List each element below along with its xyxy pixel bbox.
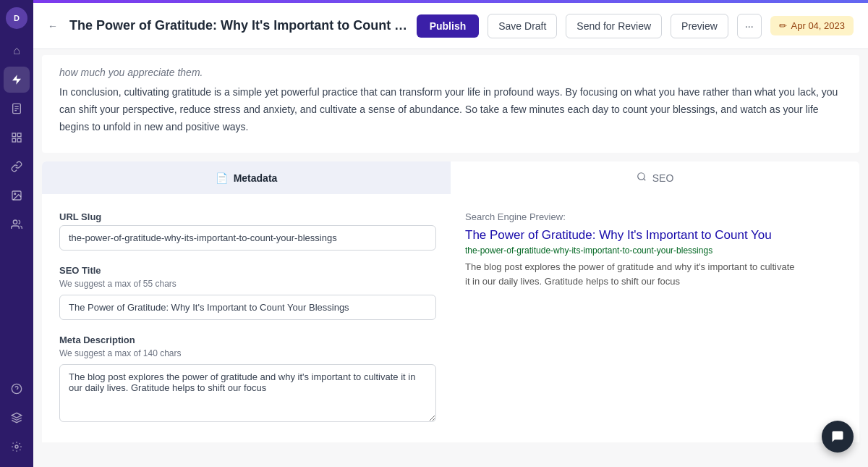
sidebar-item-grid[interactable] [4,125,30,151]
sidebar-item-help[interactable] [4,376,30,402]
tabs-container: 📄 Metadata SEO [42,161,859,194]
save-draft-button[interactable]: Save Draft [488,14,557,38]
sidebar-item-image[interactable] [4,182,30,209]
tab-metadata[interactable]: 📄 Metadata [42,161,451,194]
right-column: Search Engine Preview: The Power of Grat… [465,211,842,425]
sidebar-item-users[interactable] [4,211,30,237]
preview-button[interactable]: Preview [671,14,728,38]
more-options-button[interactable]: ··· [737,14,762,38]
metadata-tab-label: Metadata [234,172,278,184]
svg-line-16 [643,179,645,181]
topbar: ← The Power of Gratitude: Why It's Impor… [33,3,868,49]
svg-rect-6 [12,138,16,142]
svg-marker-13 [12,413,21,418]
article-section: how much you appreciate them. In conclus… [42,55,859,153]
url-slug-label: URL Slug [59,211,436,222]
svg-rect-5 [17,133,21,137]
svg-rect-7 [17,138,21,142]
seo-title-hint: We suggest a max of 55 chars [59,279,436,289]
seo-preview-url: the-power-of-gratitude-why-its-important… [465,245,842,256]
sidebar-item-link[interactable] [4,153,30,180]
sidebar-item-layers[interactable] [4,405,30,431]
seo-title-input[interactable] [59,295,436,320]
left-column: URL Slug SEO Title We suggest a max of 5… [59,211,436,425]
article-fade-text: how much you appreciate them. [59,67,842,78]
url-slug-input[interactable] [59,225,436,251]
date-badge: ✏ Apr 04, 2023 [770,16,854,35]
svg-point-14 [15,445,18,448]
sidebar-item-home[interactable]: ⌂ [4,38,30,64]
page-title: The Power of Gratitude: Why It's Importa… [69,18,408,33]
avatar: D [6,7,27,29]
publish-button[interactable]: Publish [417,14,480,38]
main-content: ← The Power of Gratitude: Why It's Impor… [33,0,868,467]
metadata-panel: URL Slug SEO Title We suggest a max of 5… [42,194,859,442]
sidebar: D ⌂ [0,0,33,467]
tab-seo[interactable]: SEO [451,161,859,194]
article-conclusion: In conclusion, cultivating gratitude is … [59,84,842,135]
meta-desc-label: Meta Description [59,335,436,345]
seo-preview-label: Search Engine Preview: [465,211,842,222]
svg-rect-4 [12,133,16,137]
back-button[interactable]: ← [48,20,58,32]
chat-button[interactable] [822,421,854,453]
seo-preview-description: The blog post explores the power of grat… [465,260,842,288]
meta-desc-hint: We suggest a max of 140 chars [59,348,436,358]
content-area: how much you appreciate them. In conclus… [33,49,868,467]
svg-point-15 [637,173,644,180]
svg-point-9 [14,193,16,195]
meta-desc-textarea[interactable]: The blog post explores the power of grat… [59,364,436,422]
edit-icon: ✏ [779,20,787,31]
sidebar-item-document[interactable] [4,96,30,122]
seo-title-label: SEO Title [59,265,436,276]
date-text: Apr 04, 2023 [791,20,845,31]
seo-preview-title[interactable]: The Power of Gratitude: Why It's Importa… [465,228,842,243]
seo-tab-label: SEO [652,172,674,184]
seo-tab-icon [637,172,647,184]
metadata-tab-icon: 📄 [216,172,228,184]
send-review-button[interactable]: Send for Review [566,14,662,38]
sidebar-item-bolt[interactable] [4,67,30,93]
sidebar-item-settings[interactable] [4,434,30,460]
svg-point-10 [13,220,17,224]
